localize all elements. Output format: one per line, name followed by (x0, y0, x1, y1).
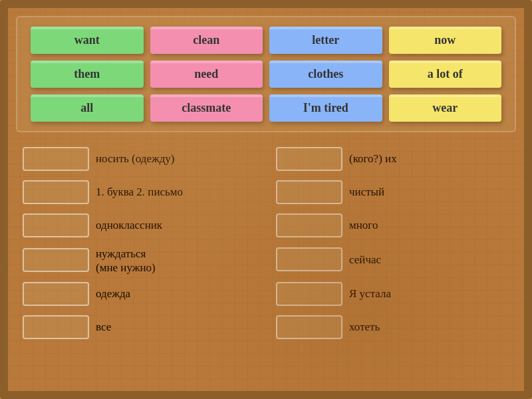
pair-label-clean: чистый (349, 185, 384, 199)
pair-label-want: хотеть (349, 320, 380, 334)
pair-row-im-tired: Я устала (276, 279, 509, 309)
pair-label-classmate: одноклассник (96, 218, 162, 232)
pair-row-clean: чистый (276, 178, 509, 207)
pair-label-need: нуждаться (мне нужно) (96, 247, 156, 275)
sticky-now[interactable]: now (389, 27, 502, 54)
answer-box-clean[interactable] (276, 180, 342, 204)
pair-row-need: нуждаться (мне нужно) (23, 244, 256, 275)
answer-box-letter[interactable] (23, 180, 89, 204)
sticky-them[interactable]: them (31, 61, 144, 88)
pair-row-them: (кого?) их (276, 144, 509, 174)
pair-label-them: (кого?) их (349, 152, 397, 166)
answer-box-classmate[interactable] (23, 213, 89, 237)
sticky-all[interactable]: all (31, 94, 144, 122)
sticky-im-tired[interactable]: I'm tired (269, 94, 382, 122)
pairs-area: носить (одежду) (кого?) их 1. буква 2. п… (16, 144, 516, 342)
sticky-clothes[interactable]: clothes (269, 61, 382, 88)
sticky-need[interactable]: need (150, 61, 263, 88)
answer-box-im-tired[interactable] (276, 282, 342, 306)
pair-row-letter: 1. буква 2. письмо (23, 178, 256, 207)
pair-label-a-lot: много (349, 218, 378, 232)
sticky-want[interactable]: want (31, 27, 144, 54)
pair-row-classmate: одноклассник (23, 211, 256, 240)
answer-box-clothes[interactable] (23, 282, 89, 306)
pair-row-clothes: одежда (23, 279, 256, 309)
sticky-a-lot-of[interactable]: a lot of (389, 61, 502, 88)
pair-row-all: все (23, 313, 256, 342)
corkboard: want clean letter now them need clothes … (0, 0, 532, 399)
pair-row-want: хотеть (276, 313, 509, 342)
sticky-clean[interactable]: clean (150, 27, 263, 54)
answer-box-need[interactable] (23, 248, 89, 272)
pair-label-im-tired: Я устала (349, 287, 391, 301)
pair-label-now: сейчас (349, 253, 381, 267)
sticky-letter[interactable]: letter (269, 27, 382, 54)
sticky-wear[interactable]: wear (389, 94, 502, 122)
answer-box-a-lot[interactable] (276, 213, 342, 237)
pair-label-wear: носить (одежду) (96, 152, 175, 166)
pair-label-clothes: одежда (96, 287, 130, 301)
answer-box-now[interactable] (276, 247, 342, 271)
answer-box-wear[interactable] (23, 147, 89, 171)
sticky-notes-area: want clean letter now them need clothes … (16, 16, 516, 132)
answer-box-all[interactable] (23, 315, 89, 339)
sticky-classmate[interactable]: classmate (150, 94, 263, 122)
pair-row-now: сейчас (276, 244, 509, 275)
answer-box-them[interactable] (276, 147, 342, 171)
pair-label-letter: 1. буква 2. письмо (96, 185, 183, 199)
answer-box-want[interactable] (276, 315, 342, 339)
pair-label-all: все (96, 320, 111, 334)
pair-row-a-lot: много (276, 211, 509, 240)
pair-row-wear: носить (одежду) (23, 144, 256, 174)
